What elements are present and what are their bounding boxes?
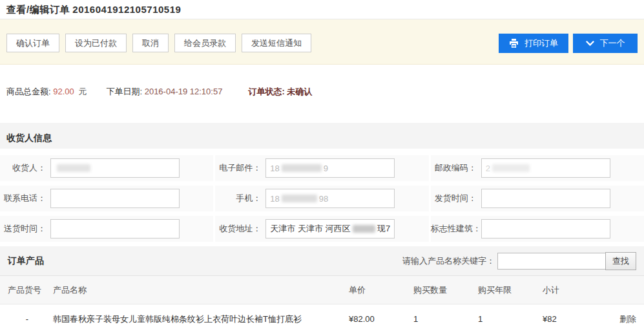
field-phone: 联系电话： [0, 186, 213, 211]
print-order-button[interactable]: 打印订单 [499, 34, 568, 53]
postcode-visible-prefix: 2 [486, 164, 490, 173]
product-subtotal: ¥82 [543, 314, 601, 324]
delete-product-link[interactable]: 删除 [619, 314, 636, 324]
form-row: 联系电话： 手机： 18 98 发货时间： [0, 186, 644, 211]
delivery-time-label: 送货时间： [0, 223, 50, 235]
cancel-button[interactable]: 取消 [132, 34, 169, 52]
ship-time-input[interactable] [481, 189, 610, 208]
redacted-text [353, 225, 376, 233]
order-edit-page: 查看/编辑订单 2016041912105710519 确认订单 设为已付款 取… [0, 0, 644, 329]
redacted-text [492, 164, 530, 172]
col-sku: 产品货号 [8, 284, 47, 296]
redacted-text [282, 164, 322, 172]
summary-order-status: 订单状态: 未确认 [248, 86, 312, 98]
next-order-button[interactable]: 下一个 [573, 34, 638, 53]
address-visible-prefix: 天津市 天津市 河西区 [270, 223, 350, 235]
consignee-form: 收货人： 电子邮件： 18 9 邮政编码： 2 [0, 149, 644, 242]
product-qty: 1 [413, 314, 478, 324]
field-email: 电子邮件： 18 9 [215, 155, 428, 181]
send-sms-button[interactable]: 发送短信通知 [242, 34, 311, 52]
product-search: 请输入产品名称关键字： 查找 [402, 252, 636, 270]
email-visible-prefix: 18 [270, 164, 279, 173]
form-row: 送货时间： 收货地址： 天津市 天津市 河西区 现7 标志性建筑： [0, 216, 644, 242]
summary-total: 商品总金额: 92.00 元 [6, 86, 87, 98]
landmark-input[interactable] [481, 219, 610, 239]
consignee-section-header: 收货人信息 [0, 123, 644, 149]
col-price: 单价 [349, 284, 413, 296]
total-amount-value: 92.00 [53, 87, 74, 96]
email-label: 电子邮件： [215, 162, 265, 174]
product-search-label: 请输入产品名称关键字： [402, 255, 495, 267]
product-years: 1 [478, 314, 543, 324]
field-delivery-time: 送货时间： [0, 216, 213, 242]
field-landmark: 标志性建筑： [431, 216, 644, 242]
field-consignee: 收货人： [0, 155, 213, 181]
email-field[interactable]: 18 9 [265, 158, 395, 178]
postcode-label: 邮政编码： [431, 162, 481, 174]
table-row: - 韩国春秋亲子装母女儿童韩版纯棉条纹衫上衣荷叶边长袖T恤打底衫 ¥82.00 … [0, 304, 644, 329]
set-paid-button[interactable]: 设为已付款 [65, 34, 127, 52]
col-name: 产品名称 [47, 284, 349, 296]
postcode-field[interactable]: 2 [481, 158, 610, 178]
delivery-time-input[interactable] [50, 219, 180, 239]
products-section-title: 订单产品 [8, 255, 44, 267]
mobile-field[interactable]: 18 98 [265, 189, 395, 208]
summary-order-date: 下单日期: 2016-04-19 12:10:57 [106, 86, 222, 98]
phone-input[interactable] [50, 189, 180, 208]
redacted-text [57, 164, 90, 172]
product-search-button[interactable]: 查找 [605, 252, 636, 270]
order-summary: 商品总金额: 92.00 元 下单日期: 2016-04-19 12:10:57… [0, 65, 644, 123]
title-bar: 查看/编辑订单 2016041912105710519 [0, 0, 644, 19]
member-refund-button[interactable]: 给会员录款 [174, 34, 236, 52]
printer-icon [509, 39, 519, 48]
order-status-value: 未确认 [287, 87, 312, 96]
redacted-text [282, 195, 317, 202]
toolbar-right-group: 打印订单 下一个 [499, 34, 638, 53]
phone-label: 联系电话： [0, 193, 50, 204]
total-amount-label: 商品总金额: [6, 87, 51, 96]
order-date-value: 2016-04-19 12:10:57 [145, 87, 223, 96]
next-order-label: 下一个 [600, 37, 625, 49]
total-amount-unit: 元 [78, 87, 87, 96]
address-visible-suffix: 现7 [377, 223, 390, 235]
field-mobile: 手机： 18 98 [215, 186, 428, 211]
product-search-input[interactable] [497, 253, 606, 270]
field-ship-time: 发货时间： [431, 186, 644, 211]
product-name: 韩国春秋亲子装母女儿童韩版纯棉条纹衫上衣荷叶边长袖T恤打底衫 [47, 313, 349, 325]
order-status-label: 订单状态: [248, 87, 284, 96]
action-toolbar: 确认订单 设为已付款 取消 给会员录款 发送短信通知 打印订单 下一个 [0, 19, 644, 65]
email-visible-suffix: 9 [324, 164, 328, 173]
ship-time-label: 发货时间： [431, 193, 481, 204]
field-address: 收货地址： 天津市 天津市 河西区 现7 [215, 216, 428, 242]
col-subtotal: 小计 [543, 284, 601, 296]
mobile-visible-prefix: 18 [270, 194, 279, 204]
products-section-header: 订单产品 请输入产品名称关键字： 查找 [0, 246, 644, 276]
address-label: 收货地址： [215, 223, 265, 235]
consignee-name-field[interactable] [50, 158, 180, 178]
mobile-label: 手机： [215, 193, 265, 204]
product-price: ¥82.00 [349, 314, 413, 324]
landmark-label: 标志性建筑： [431, 223, 481, 235]
products-table-header: 产品货号 产品名称 单价 购买数量 购买年限 小计 [0, 276, 644, 304]
consignee-section-title: 收货人信息 [6, 133, 52, 143]
consignee-label: 收货人： [0, 162, 50, 174]
form-row: 收货人： 电子邮件： 18 9 邮政编码： 2 [0, 155, 644, 181]
order-date-label: 下单日期: [106, 87, 142, 96]
col-years: 购买年限 [478, 284, 543, 296]
confirm-order-button[interactable]: 确认订单 [6, 34, 59, 52]
mobile-visible-suffix: 98 [319, 194, 328, 204]
field-postcode: 邮政编码： 2 [431, 155, 644, 181]
chevron-down-icon [586, 41, 594, 47]
address-field[interactable]: 天津市 天津市 河西区 现7 [265, 219, 395, 239]
product-sku: - [8, 314, 47, 324]
page-title: 查看/编辑订单 2016041912105710519 [6, 4, 638, 16]
col-qty: 购买数量 [413, 284, 478, 296]
print-order-label: 打印订单 [525, 37, 558, 49]
